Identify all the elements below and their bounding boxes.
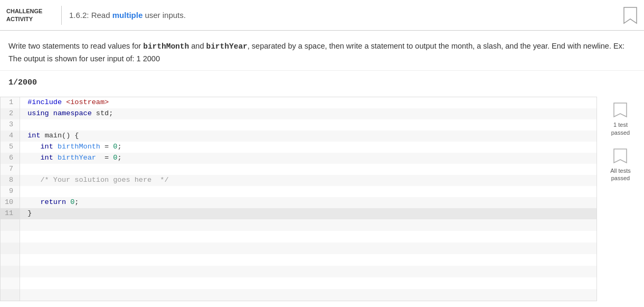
table-row: 1 #include <iostream>	[1, 97, 596, 108]
code-line[interactable]: /* Your solution goes here */	[20, 175, 596, 186]
code-line	[20, 254, 596, 266]
code-line[interactable]	[20, 119, 596, 131]
code-line[interactable]: }	[20, 208, 596, 219]
line-number	[1, 277, 20, 289]
table-row: 4 int main() {	[1, 131, 596, 142]
table-row	[1, 266, 596, 277]
line-number: 5	[1, 142, 20, 153]
line-number	[1, 254, 20, 266]
table-row: 2 using namespace std;	[1, 108, 596, 119]
code-area[interactable]: 1 #include <iostream> 2 using namespace …	[0, 97, 596, 301]
line-number	[1, 243, 20, 254]
line-number: 2	[1, 108, 20, 119]
line-number: 3	[1, 119, 20, 131]
line-number: 9	[1, 186, 20, 197]
line-number: 7	[1, 164, 20, 175]
line-number: 6	[1, 153, 20, 164]
line-number: 4	[1, 131, 20, 142]
line-number	[1, 219, 20, 231]
header: CHALLENGE ACTIVITY 1.6.2: Read multiple …	[0, 0, 644, 31]
table-row	[1, 231, 596, 243]
table-row: 10 return 0;	[1, 197, 596, 208]
table-row	[1, 289, 596, 301]
code-line[interactable]: int birthYear = 0;	[20, 153, 596, 164]
code-table: 1 #include <iostream> 2 using namespace …	[1, 97, 596, 300]
code-line[interactable]: #include <iostream>	[20, 97, 596, 108]
code-line[interactable]: int main() {	[20, 131, 596, 142]
line-number	[1, 266, 20, 277]
line-number: 11	[1, 208, 20, 219]
line-number	[1, 289, 20, 301]
test-passed-badge: 1 testpassed	[611, 102, 630, 136]
table-row: 5 int birthMonth = 0;	[1, 142, 596, 153]
badge-icon-1	[613, 102, 628, 120]
code-line[interactable]: return 0;	[20, 197, 596, 208]
bookmark-icon[interactable]	[623, 6, 638, 24]
table-row: 6 int birthYear = 0;	[1, 153, 596, 164]
code-line	[20, 289, 596, 301]
badge-icon-2	[613, 148, 628, 166]
code-line[interactable]: int birthMonth = 0;	[20, 142, 596, 153]
line-number: 8	[1, 175, 20, 186]
badge-label-2: All testspassed	[610, 167, 631, 182]
header-title: 1.6.2: Read multiple user inputs.	[69, 11, 623, 20]
code-line	[20, 277, 596, 289]
example-output: 1/2000	[0, 71, 644, 91]
table-row: 9	[1, 186, 596, 197]
table-row	[1, 219, 596, 231]
table-row	[1, 243, 596, 254]
line-number	[1, 231, 20, 243]
right-panel: 1 testpassed All testspassed	[596, 97, 644, 301]
header-divider	[61, 6, 62, 25]
code-line	[20, 219, 596, 231]
editor-container: 1 #include <iostream> 2 using namespace …	[0, 97, 644, 301]
table-row: 11 }	[1, 208, 596, 219]
table-row	[1, 277, 596, 289]
code-line	[20, 266, 596, 277]
code-line	[20, 231, 596, 243]
code-line[interactable]	[20, 186, 596, 197]
code-line[interactable]	[20, 164, 596, 175]
table-row: 7	[1, 164, 596, 175]
line-number: 10	[1, 197, 20, 208]
table-row: 3	[1, 119, 596, 131]
all-tests-badge: All testspassed	[610, 148, 631, 182]
code-line[interactable]: using namespace std;	[20, 108, 596, 119]
table-row	[1, 254, 596, 266]
table-row: 8 /* Your solution goes here */	[1, 175, 596, 186]
challenge-label: CHALLENGE ACTIVITY	[6, 7, 54, 23]
code-line	[20, 243, 596, 254]
description: Write two statements to read values for …	[0, 31, 644, 71]
line-number: 1	[1, 97, 20, 108]
badge-label-1: 1 testpassed	[611, 121, 630, 136]
